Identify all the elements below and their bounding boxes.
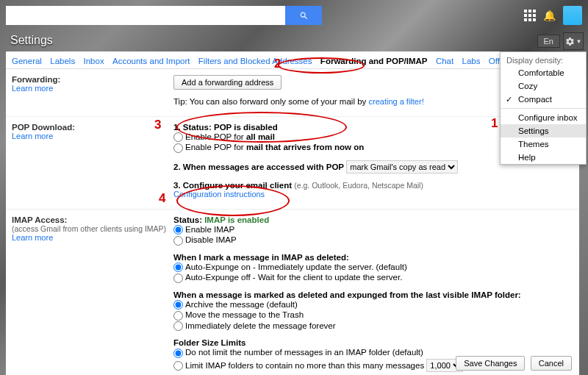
pop-h2: 2. When messages are accessed with POP: [173, 162, 344, 171]
tab-labs[interactable]: Labs: [462, 57, 481, 68]
imap-size1: Do not limit the number of messages in a…: [185, 348, 423, 357]
pop-h3: 3. Configure your email client: [173, 181, 294, 190]
settings-tabs: General Labels Inbox Accounts and Import…: [6, 51, 579, 69]
tab-chat[interactable]: Chat: [436, 57, 453, 68]
pop-status-prefix: 1. Status:: [173, 123, 214, 132]
imap-del-hdr: When a message is marked as deleted and …: [173, 290, 573, 299]
pop-enable-new-radio[interactable]: [173, 143, 183, 153]
settings-menu: Display density: Comfortable Cozy Compac…: [500, 51, 587, 165]
pop-status-value: POP is disabled: [214, 123, 278, 132]
search-input[interactable]: [6, 6, 285, 25]
tab-filters[interactable]: Filters and Blocked Addresses: [198, 57, 312, 68]
tab-general[interactable]: General: [12, 57, 42, 68]
pop-config-link[interactable]: Configuration instructions: [173, 190, 265, 199]
imap-size-no-limit-radio[interactable]: [173, 349, 183, 358]
add-forwarding-button[interactable]: Add a forwarding address: [173, 75, 282, 90]
imap-label: IMAP Access:: [12, 215, 173, 224]
pop-h3-note: (e.g. Outlook, Eudora, Netscape Mail): [294, 181, 423, 190]
imap-expunge-off-radio[interactable]: [173, 274, 183, 283]
pop-label: POP Download:: [12, 123, 173, 132]
pop-learn-more[interactable]: Learn more: [12, 132, 53, 140]
imap-status-prefix: Status:: [173, 215, 204, 224]
search-icon: [299, 11, 309, 21]
imap-size-limit-radio[interactable]: [173, 361, 183, 371]
menu-comfortable[interactable]: Comfortable: [501, 66, 586, 79]
imap-expunge-on-radio[interactable]: [173, 262, 183, 272]
tab-labels[interactable]: Labels: [50, 57, 75, 68]
forwarding-tip: Tip: You can also forward only some of y…: [173, 97, 368, 106]
pop-enable-all-radio[interactable]: [173, 132, 183, 142]
menu-cozy[interactable]: Cozy: [501, 79, 586, 93]
gear-icon: [565, 37, 575, 46]
content-area: General Labels Inbox Accounts and Import…: [6, 51, 579, 375]
search-button[interactable]: [285, 6, 322, 25]
forwarding-filter-link[interactable]: creating a filter!: [368, 97, 423, 106]
imap-size-hdr: Folder Size Limits: [173, 338, 573, 347]
language-button[interactable]: En: [537, 35, 560, 48]
imap-disable-label: Disable IMAP: [185, 235, 237, 244]
imap-del-archive-radio[interactable]: [173, 300, 183, 310]
pop-opt1-pre: Enable POP for: [185, 132, 246, 141]
pop-opt2-bold: mail that arrives from now on: [246, 143, 364, 151]
page-title: Settings: [0, 31, 588, 51]
imap-status-value: IMAP is enabled: [204, 215, 269, 224]
imap-enable-label: Enable IMAP: [185, 225, 234, 234]
imap-learn-more[interactable]: Learn more: [12, 233, 53, 242]
tab-accounts[interactable]: Accounts and Import: [112, 57, 190, 68]
imap-mark-hdr: When I mark a message in IMAP as deleted…: [173, 253, 573, 262]
pop-accessed-select[interactable]: mark Gmail's copy as read: [346, 160, 458, 174]
tab-forwarding[interactable]: Forwarding and POP/IMAP: [320, 57, 428, 68]
imap-mark2: Auto-Expunge off - Wait for the client t…: [185, 273, 402, 282]
avatar[interactable]: [563, 6, 582, 25]
imap-del1: Archive the message (default): [185, 300, 298, 309]
menu-compact[interactable]: Compact: [501, 93, 586, 106]
pop-opt1-bold: all mail: [246, 132, 275, 141]
imap-size2: Limit IMAP folders to contain no more th…: [185, 361, 424, 370]
tab-inbox[interactable]: Inbox: [84, 57, 104, 68]
menu-help[interactable]: Help: [501, 151, 586, 164]
imap-mark1: Auto-Expunge on - Immediately update the…: [185, 262, 407, 271]
settings-gear-button[interactable]: ▼: [563, 32, 584, 50]
imap-del3: Immediately delete the message forever: [185, 321, 336, 330]
imap-disable-radio[interactable]: [173, 236, 183, 246]
cancel-button[interactable]: Cancel: [531, 356, 572, 371]
pop-opt2-pre: Enable POP for: [185, 143, 246, 151]
apps-icon[interactable]: [524, 10, 536, 21]
menu-density-label: Display density:: [501, 52, 586, 66]
imap-del-trash-radio[interactable]: [173, 311, 183, 321]
forwarding-learn-more[interactable]: Learn more: [12, 84, 53, 93]
imap-enable-radio[interactable]: [173, 225, 183, 235]
menu-configure-inbox[interactable]: Configure inbox: [501, 111, 586, 124]
imap-del-forever-radio[interactable]: [173, 321, 183, 331]
menu-settings[interactable]: Settings: [501, 124, 586, 138]
notifications-icon[interactable]: 🔔: [543, 10, 556, 21]
save-button[interactable]: Save Changes: [456, 356, 525, 371]
imap-del2: Move the message to the Trash: [185, 310, 304, 319]
forwarding-label: Forwarding:: [12, 75, 173, 84]
imap-sub: (access Gmail from other clients using I…: [12, 224, 173, 233]
chevron-down-icon: ▼: [576, 38, 582, 45]
menu-themes[interactable]: Themes: [501, 138, 586, 151]
